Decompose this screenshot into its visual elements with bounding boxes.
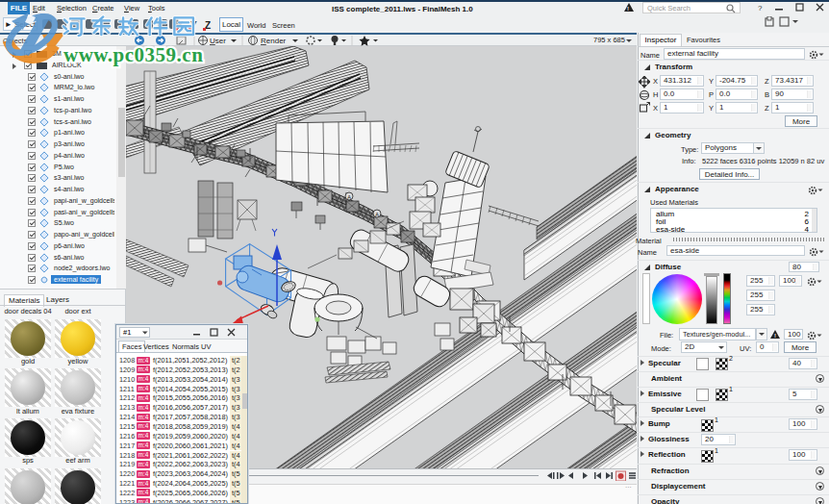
svg-text:Render: Render (261, 37, 287, 45)
svg-text:User: User (210, 37, 226, 45)
svg-text:!: ! (774, 333, 776, 339)
svg-text:A: A (375, 212, 379, 217)
svg-text:!: ! (627, 6, 629, 12)
svg-text:?: ? (758, 4, 763, 13)
svg-text:A: A (347, 194, 351, 200)
